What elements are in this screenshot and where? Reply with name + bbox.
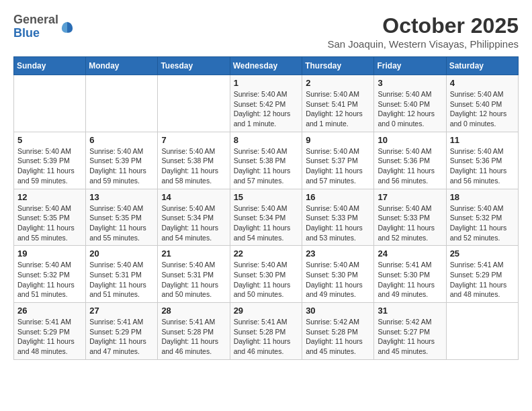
day-number: 21: [161, 248, 226, 259]
day-info: Sunrise: 5:40 AMSunset: 5:31 PMDaylight:…: [161, 260, 226, 300]
calendar-cell: 19Sunrise: 5:40 AMSunset: 5:32 PMDayligh…: [14, 246, 86, 303]
day-number: 8: [234, 135, 299, 145]
title-block: October 2025 San Joaquin, Western Visaya…: [327, 13, 519, 50]
calendar-cell: 9Sunrise: 5:40 AMSunset: 5:37 PMDaylight…: [302, 132, 374, 189]
day-number: 3: [378, 78, 442, 88]
calendar-cell: 3Sunrise: 5:40 AMSunset: 5:40 PMDaylight…: [374, 75, 446, 132]
day-info: Sunrise: 5:40 AMSunset: 5:36 PMDaylight:…: [378, 146, 442, 186]
logo-icon: [60, 19, 75, 34]
calendar-cell: 26Sunrise: 5:41 AMSunset: 5:29 PMDayligh…: [14, 303, 86, 360]
day-info: Sunrise: 5:40 AMSunset: 5:32 PMDaylight:…: [17, 260, 82, 300]
calendar-cell: 12Sunrise: 5:40 AMSunset: 5:35 PMDayligh…: [14, 189, 86, 246]
day-info: Sunrise: 5:40 AMSunset: 5:30 PMDaylight:…: [234, 260, 299, 300]
day-number: 28: [161, 306, 226, 316]
day-info: Sunrise: 5:40 AMSunset: 5:33 PMDaylight:…: [306, 203, 370, 243]
day-info: Sunrise: 5:40 AMSunset: 5:35 PMDaylight:…: [17, 203, 82, 243]
calendar-table: Sunday Monday Tuesday Wednesday Thursday…: [13, 56, 519, 360]
day-info: Sunrise: 5:42 AMSunset: 5:28 PMDaylight:…: [306, 317, 370, 357]
logo-text: General Blue: [13, 13, 58, 40]
calendar-cell: 28Sunrise: 5:41 AMSunset: 5:28 PMDayligh…: [158, 303, 230, 360]
calendar-cell: 15Sunrise: 5:40 AMSunset: 5:34 PMDayligh…: [230, 189, 302, 246]
day-info: Sunrise: 5:40 AMSunset: 5:39 PMDaylight:…: [89, 146, 154, 186]
day-number: 10: [378, 135, 442, 145]
day-number: 12: [17, 192, 82, 202]
calendar-cell: [446, 303, 518, 360]
calendar-cell: 23Sunrise: 5:40 AMSunset: 5:30 PMDayligh…: [302, 246, 374, 303]
calendar-cell: 21Sunrise: 5:40 AMSunset: 5:31 PMDayligh…: [158, 246, 230, 303]
day-info: Sunrise: 5:41 AMSunset: 5:29 PMDaylight:…: [450, 260, 515, 300]
calendar-week-3: 12Sunrise: 5:40 AMSunset: 5:35 PMDayligh…: [14, 189, 519, 246]
day-number: 23: [306, 248, 370, 259]
day-info: Sunrise: 5:40 AMSunset: 5:30 PMDaylight:…: [306, 260, 370, 300]
calendar-week-4: 19Sunrise: 5:40 AMSunset: 5:32 PMDayligh…: [14, 246, 519, 303]
calendar-cell: [14, 75, 86, 132]
day-info: Sunrise: 5:40 AMSunset: 5:35 PMDaylight:…: [89, 203, 154, 243]
day-info: Sunrise: 5:40 AMSunset: 5:38 PMDaylight:…: [161, 146, 226, 186]
day-info: Sunrise: 5:41 AMSunset: 5:28 PMDaylight:…: [234, 317, 299, 357]
calendar-cell: 20Sunrise: 5:40 AMSunset: 5:31 PMDayligh…: [86, 246, 158, 303]
day-info: Sunrise: 5:40 AMSunset: 5:41 PMDaylight:…: [306, 89, 370, 129]
calendar-subtitle: San Joaquin, Western Visayas, Philippine…: [327, 38, 519, 50]
calendar-cell: [158, 75, 230, 132]
calendar-cell: 7Sunrise: 5:40 AMSunset: 5:38 PMDaylight…: [158, 132, 230, 189]
calendar-cell: 4Sunrise: 5:40 AMSunset: 5:40 PMDaylight…: [446, 75, 518, 132]
calendar-cell: 30Sunrise: 5:42 AMSunset: 5:28 PMDayligh…: [302, 303, 374, 360]
header: General Blue October 2025 San Joaquin, W…: [13, 13, 519, 50]
calendar-cell: 2Sunrise: 5:40 AMSunset: 5:41 PMDaylight…: [302, 75, 374, 132]
day-info: Sunrise: 5:40 AMSunset: 5:40 PMDaylight:…: [450, 89, 515, 129]
logo-line2: Blue: [13, 27, 58, 40]
day-info: Sunrise: 5:40 AMSunset: 5:39 PMDaylight:…: [17, 146, 82, 186]
calendar-title: October 2025: [327, 13, 519, 38]
day-number: 16: [306, 192, 370, 202]
col-thursday: Thursday: [302, 57, 374, 75]
calendar-cell: 24Sunrise: 5:41 AMSunset: 5:30 PMDayligh…: [374, 246, 446, 303]
calendar-cell: 25Sunrise: 5:41 AMSunset: 5:29 PMDayligh…: [446, 246, 518, 303]
logo: General Blue: [13, 13, 75, 40]
day-info: Sunrise: 5:40 AMSunset: 5:34 PMDaylight:…: [234, 203, 299, 243]
day-number: 17: [378, 192, 442, 202]
logo-line1: General: [13, 13, 58, 27]
calendar-cell: [86, 75, 158, 132]
calendar-cell: 10Sunrise: 5:40 AMSunset: 5:36 PMDayligh…: [374, 132, 446, 189]
calendar-cell: 11Sunrise: 5:40 AMSunset: 5:36 PMDayligh…: [446, 132, 518, 189]
calendar-cell: 5Sunrise: 5:40 AMSunset: 5:39 PMDaylight…: [14, 132, 86, 189]
calendar-cell: 6Sunrise: 5:40 AMSunset: 5:39 PMDaylight…: [86, 132, 158, 189]
calendar-cell: 29Sunrise: 5:41 AMSunset: 5:28 PMDayligh…: [230, 303, 302, 360]
day-number: 1: [234, 78, 299, 88]
day-number: 7: [161, 135, 226, 145]
page-container: General Blue October 2025 San Joaquin, W…: [13, 13, 519, 360]
day-number: 5: [17, 135, 82, 145]
calendar-cell: 1Sunrise: 5:40 AMSunset: 5:42 PMDaylight…: [230, 75, 302, 132]
day-info: Sunrise: 5:41 AMSunset: 5:30 PMDaylight:…: [378, 260, 442, 300]
day-number: 26: [17, 306, 82, 316]
day-number: 14: [161, 192, 226, 202]
col-friday: Friday: [374, 57, 446, 75]
day-info: Sunrise: 5:40 AMSunset: 5:34 PMDaylight:…: [161, 203, 226, 243]
col-tuesday: Tuesday: [158, 57, 230, 75]
day-info: Sunrise: 5:40 AMSunset: 5:38 PMDaylight:…: [234, 146, 299, 186]
calendar-cell: 16Sunrise: 5:40 AMSunset: 5:33 PMDayligh…: [302, 189, 374, 246]
calendar-cell: 17Sunrise: 5:40 AMSunset: 5:33 PMDayligh…: [374, 189, 446, 246]
day-number: 27: [89, 306, 154, 316]
calendar-cell: 22Sunrise: 5:40 AMSunset: 5:30 PMDayligh…: [230, 246, 302, 303]
day-number: 29: [234, 306, 299, 316]
calendar-cell: 8Sunrise: 5:40 AMSunset: 5:38 PMDaylight…: [230, 132, 302, 189]
day-number: 18: [450, 192, 515, 202]
calendar-cell: 31Sunrise: 5:42 AMSunset: 5:27 PMDayligh…: [374, 303, 446, 360]
calendar-week-1: 1Sunrise: 5:40 AMSunset: 5:42 PMDaylight…: [14, 75, 519, 132]
day-number: 20: [89, 248, 154, 259]
day-number: 2: [306, 78, 370, 88]
day-number: 4: [450, 78, 515, 88]
col-wednesday: Wednesday: [230, 57, 302, 75]
calendar-week-2: 5Sunrise: 5:40 AMSunset: 5:39 PMDaylight…: [14, 132, 519, 189]
day-number: 6: [89, 135, 154, 145]
calendar-cell: 13Sunrise: 5:40 AMSunset: 5:35 PMDayligh…: [86, 189, 158, 246]
header-row: Sunday Monday Tuesday Wednesday Thursday…: [14, 57, 519, 75]
day-number: 19: [17, 248, 82, 259]
calendar-week-5: 26Sunrise: 5:41 AMSunset: 5:29 PMDayligh…: [14, 303, 519, 360]
day-info: Sunrise: 5:40 AMSunset: 5:40 PMDaylight:…: [378, 89, 442, 129]
col-sunday: Sunday: [14, 57, 86, 75]
day-info: Sunrise: 5:41 AMSunset: 5:29 PMDaylight:…: [89, 317, 154, 357]
day-info: Sunrise: 5:40 AMSunset: 5:31 PMDaylight:…: [89, 260, 154, 300]
col-monday: Monday: [86, 57, 158, 75]
